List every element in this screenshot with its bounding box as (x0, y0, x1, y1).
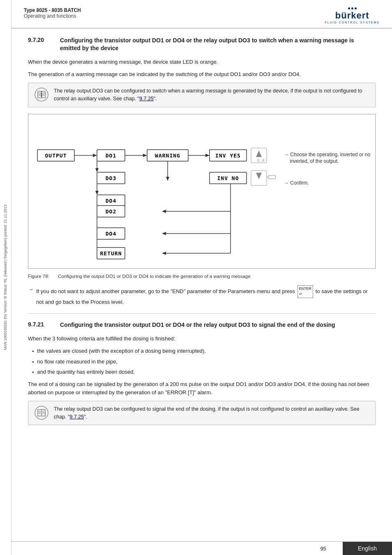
note-icon-9720: i (34, 87, 49, 102)
section-9721-number: 9.7.21 (28, 321, 53, 328)
logo-dots (348, 7, 357, 9)
logo-dot-2 (351, 7, 353, 9)
logo-dot-3 (355, 7, 357, 9)
svg-text:inverted, of the output.: inverted, of the output. (290, 158, 339, 164)
svg-marker-57 (162, 232, 166, 235)
diagram-9720: OUTPUT DO1 DO3 DO4 (28, 114, 376, 269)
note-link-9721[interactable]: 9.7.25 (70, 414, 84, 420)
svg-text:DO1: DO1 (106, 153, 116, 159)
page-header: Type 8025 - 8035 BATCH Operating and fun… (12, 0, 392, 28)
section-9720-heading: 9.7.20 Configuring the transistor output… (28, 37, 376, 52)
svg-marker-21 (95, 191, 99, 195)
bullet-item-1-text: the valves are closed (with the exceptio… (37, 347, 205, 355)
diagram-caption-label: Figure 78: (28, 274, 49, 279)
section-9720-title: Configuring the transistor output DO1 or… (60, 37, 376, 52)
svg-text:INV NO: INV NO (217, 175, 239, 181)
svg-marker-42 (166, 177, 169, 181)
doc-title: Type 8025 - 8035 BATCH (24, 7, 81, 13)
svg-text:DO4: DO4 (106, 231, 116, 237)
note-text-9720: The relay output DO3 can be configured t… (54, 87, 369, 103)
sidebar-text: MAN 1000199281 EN Version: B Status: RL … (3, 205, 8, 350)
sidebar: MAN 1000199281 EN Version: B Status: RL … (0, 0, 12, 555)
logo-name: bürkert (335, 10, 369, 21)
section-9721-body2: The end of a dosing can be signalled by … (28, 380, 376, 397)
diagram-caption-9720: Figure 78: Configuring the output DO1 or… (28, 274, 376, 279)
note-icon-9721 (34, 405, 49, 420)
note-box-9720: i The relay output DO3 can be configured… (28, 83, 376, 107)
section-9720-body2: The generation of a warning message can … (28, 70, 376, 79)
section-9721-heading: 9.7.21 Configuring the transistor output… (28, 321, 376, 329)
burkert-logo: bürkert FLUID CONTROL SYSTEMS (325, 7, 380, 24)
section-9720-body1: When the device generates a warning mess… (28, 58, 376, 66)
header-left: Type 8025 - 8035 BATCH Operating and fun… (24, 7, 81, 19)
section-9721-title: Configuring the transistor output DO1 or… (60, 321, 335, 329)
diagram-caption-text: Configuring the output DO1 or DO3 or DO4… (58, 274, 251, 279)
section-9721-body1: When the 3 following criteria are fulfil… (28, 335, 376, 343)
logo-dot-1 (348, 7, 350, 9)
bullet-item-3-text: and the quantity has entirely been dosed… (37, 368, 135, 376)
note-box-9721: The relay output DO3 can be configured t… (28, 401, 376, 426)
svg-text:RETURN: RETURN (100, 250, 122, 257)
svg-text:DO3: DO3 (106, 175, 116, 181)
arrow-note-save: → If you do not want to adjust another p… (28, 285, 376, 306)
svg-rect-39 (268, 176, 276, 179)
section-divider (28, 313, 376, 314)
flow-diagram-svg: OUTPUT DO1 DO3 DO4 (33, 121, 370, 261)
enter-icon: ENTER↵ (297, 285, 314, 298)
svg-text:DO2: DO2 (106, 208, 116, 215)
footer-language: English (343, 542, 392, 555)
svg-text:→ Choose the operating, invert: → Choose the operating, inverted or not (284, 152, 370, 157)
svg-text:→ Confirm.: → Confirm. (284, 180, 309, 186)
svg-marker-13 (93, 154, 97, 157)
svg-text:0...9: 0...9 (257, 158, 265, 162)
svg-text:DO4: DO4 (106, 198, 116, 204)
main-content: Type 8025 - 8035 BATCH Operating and fun… (12, 0, 392, 440)
svg-text:OUTPUT: OUTPUT (45, 153, 67, 159)
page-footer: 95 English (12, 541, 392, 555)
svg-text:WARNING: WARNING (155, 153, 180, 159)
bullet-item-3: and the quantity has entirely been dosed… (32, 368, 376, 376)
svg-text:INV YES: INV YES (215, 153, 241, 159)
svg-marker-48 (162, 210, 166, 213)
note-text-9721: The relay output DO3 can be configured t… (54, 405, 369, 421)
svg-marker-29 (205, 154, 210, 157)
footer-page-number: 95 (12, 542, 343, 555)
section-9720-number: 9.7.20 (28, 37, 53, 43)
bullet-list-9721: the valves are closed (with the exceptio… (32, 347, 376, 376)
bullet-item-1: the valves are closed (with the exceptio… (32, 347, 376, 355)
logo-sub: FLUID CONTROL SYSTEMS (325, 21, 380, 24)
bullet-item-2: no flow rate measured in the pipe, (32, 358, 376, 366)
doc-subtitle: Operating and functions (24, 13, 81, 19)
arrow-sym-1: → (28, 285, 34, 294)
svg-marker-17 (95, 168, 99, 172)
arrow-note-text: If you do not want to adjust another par… (36, 285, 376, 306)
bullet-item-2-text: no flow rate measured in the pipe, (37, 358, 118, 366)
note-link-9720[interactable]: 9.7.25 (139, 96, 154, 102)
svg-marker-60 (162, 252, 166, 255)
page-content: 9.7.20 Configuring the transistor output… (12, 28, 392, 440)
svg-marker-25 (143, 154, 147, 157)
